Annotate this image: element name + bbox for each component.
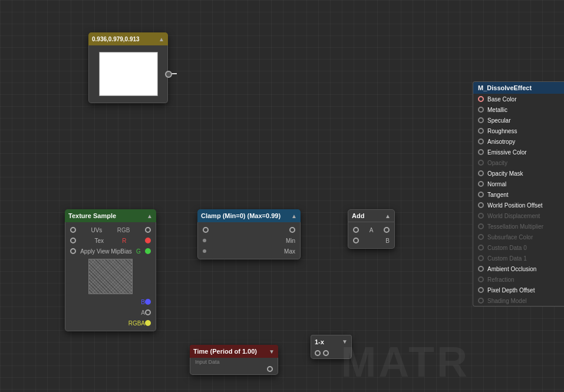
material-label-anisotropy: Anisotropy	[487, 139, 515, 145]
clamp-expand[interactable]: ▲	[291, 213, 297, 219]
texture-sample-header: Texture Sample ▲	[65, 209, 156, 222]
clamp-output-pin[interactable]	[289, 227, 295, 233]
rgba-type: RGBA	[128, 320, 145, 327]
material-row-ao[interactable]: Ambient Occlusion	[473, 263, 564, 274]
uvs-input-pin[interactable]	[70, 227, 76, 233]
time-body: Input Data	[190, 358, 278, 375]
uvs-output-pin[interactable]	[145, 227, 151, 233]
applymip-input-pin[interactable]	[70, 248, 76, 254]
b-type: B	[141, 299, 145, 305]
material-row-refraction[interactable]: Refraction	[473, 274, 564, 285]
tex-type: R	[122, 238, 126, 244]
material-label-tangent: Tangent	[487, 192, 509, 198]
material-panel: M_DissolveEffect Base Color Metallic Spe…	[473, 81, 564, 307]
material-label-basecolor: Base Color	[487, 96, 516, 103]
add-b-label: B	[385, 238, 390, 244]
rgba-output-pin[interactable]	[145, 320, 151, 326]
material-row-opacitymask[interactable]: Opacity Mask	[473, 168, 564, 179]
add-b-row: B	[348, 235, 394, 246]
a-type: A	[141, 309, 145, 316]
b-output-pin[interactable]	[145, 299, 151, 305]
tex-input-pin[interactable]	[70, 238, 76, 243]
pin-row-rgba: RGBA	[65, 318, 156, 328]
add-a-label: A	[370, 227, 374, 233]
texture-sample-node: Texture Sample ▲ UVs RGB Tex R Apply Vie…	[65, 209, 156, 331]
clamp-header: Clamp (Min=0) (Max=0.99) ▲	[197, 209, 301, 222]
uvs-type: RGB	[117, 227, 130, 233]
material-panel-header: M_DissolveEffect	[473, 82, 564, 94]
color-output-pin[interactable]	[165, 71, 172, 78]
material-row-basecolor[interactable]: Base Color	[473, 94, 564, 104]
oneminusx-input1[interactable]	[315, 350, 321, 356]
material-row-worldpos[interactable]: World Position Offset	[473, 200, 564, 210]
material-label-metallic: Metallic	[487, 107, 507, 113]
clamp-max-label: Max	[284, 248, 295, 255]
color-sample-body	[88, 45, 168, 103]
add-body: A B	[348, 222, 395, 249]
color-sample-node: 0.936,0.979,0.913 ▲	[88, 32, 168, 103]
oneminusx-expand[interactable]: ▼	[342, 338, 348, 345]
clamp-input-pin[interactable]	[203, 227, 209, 233]
oneminusx-input2[interactable]	[323, 350, 329, 356]
material-label-shadingmodel: Shading Model	[487, 298, 527, 304]
color-sample-title: 0.936,0.979,0.913	[92, 36, 156, 42]
material-row-customdata1[interactable]: Custom Data 1	[473, 253, 564, 263]
material-label-opacitymask: Opacity Mask	[487, 170, 523, 177]
tex-output-pin[interactable]	[145, 238, 151, 243]
add-a-input[interactable]	[353, 227, 359, 233]
time-expand[interactable]: ▼	[269, 348, 275, 355]
pin-row-applymip: Apply View MipBias G	[65, 246, 156, 256]
material-label-worlddisp: World Displacement	[487, 213, 540, 219]
texture-sample-body: UVs RGB Tex R Apply View MipBias G B A	[65, 222, 156, 331]
add-b-input[interactable]	[353, 238, 359, 243]
material-row-worlddisp[interactable]: World Displacement	[473, 210, 564, 221]
material-row-pixeldepth[interactable]: Pixel Depth Offset	[473, 285, 564, 295]
color-sample-header: 0.936,0.979,0.913 ▲	[88, 32, 168, 45]
material-row-anisotropy[interactable]: Anisotropy	[473, 136, 564, 147]
material-row-tangent[interactable]: Tangent	[473, 189, 564, 200]
pin-row-b: B	[65, 297, 156, 307]
material-label-opacity: Opacity	[487, 160, 507, 166]
pin-row-a: A	[65, 307, 156, 318]
material-row-specular[interactable]: Specular	[473, 115, 564, 126]
material-panel-title: M_DissolveEffect	[478, 84, 532, 91]
material-row-metallic[interactable]: Metallic	[473, 104, 564, 115]
material-label-pixeldepth: Pixel Depth Offset	[487, 287, 535, 294]
material-row-normal[interactable]: Normal	[473, 179, 564, 189]
material-label-subsurface: Subsurface Color	[487, 234, 533, 241]
material-label-customdata1: Custom Data 1	[487, 255, 527, 262]
material-row-shadingmodel[interactable]: Shading Model	[473, 295, 564, 306]
time-output-pin[interactable]	[267, 366, 273, 372]
add-node: Add ▲ A B	[348, 209, 395, 249]
clamp-min-dot	[203, 239, 206, 242]
material-label-tessellation: Tessellation Multiplier	[487, 223, 543, 230]
add-expand[interactable]: ▲	[385, 213, 391, 219]
applymip-output-pin[interactable]	[145, 248, 151, 254]
material-row-roughness[interactable]: Roughness	[473, 126, 564, 136]
color-preview	[99, 52, 158, 96]
add-output-pin[interactable]	[384, 227, 390, 233]
time-node: Time (Period of 1.00) ▼ Input Data	[190, 345, 278, 375]
add-header: Add ▲	[348, 209, 395, 222]
time-header: Time (Period of 1.00) ▼	[190, 345, 278, 358]
clamp-max-dot	[203, 249, 206, 253]
material-row-subsurface[interactable]: Subsurface Color	[473, 232, 564, 242]
texture-sample-expand[interactable]: ▲	[147, 213, 153, 219]
pin-row-uvs: UVs RGB	[65, 225, 156, 235]
material-row-emissive[interactable]: Emissive Color	[473, 147, 564, 157]
time-subtitle: Input Data	[195, 359, 273, 365]
applymip-label: Apply View MipBias	[80, 248, 132, 255]
clamp-main-pin-row	[198, 225, 300, 235]
texture-sample-title: Texture Sample	[68, 212, 144, 219]
clamp-node: Clamp (Min=0) (Max=0.99) ▲ Min Max	[197, 209, 301, 259]
add-title: Add	[352, 212, 382, 219]
clamp-title: Clamp (Min=0) (Max=0.99)	[201, 212, 289, 219]
material-row-tessellation[interactable]: Tessellation Multiplier	[473, 221, 564, 232]
add-a-row: A	[348, 225, 394, 235]
texture-preview	[88, 259, 133, 294]
material-label-normal: Normal	[487, 181, 506, 187]
material-row-customdata0[interactable]: Custom Data 0	[473, 242, 564, 253]
a-output-pin[interactable]	[145, 309, 151, 315]
material-row-opacity[interactable]: Opacity	[473, 157, 564, 168]
color-sample-expand[interactable]: ▲	[159, 36, 164, 42]
